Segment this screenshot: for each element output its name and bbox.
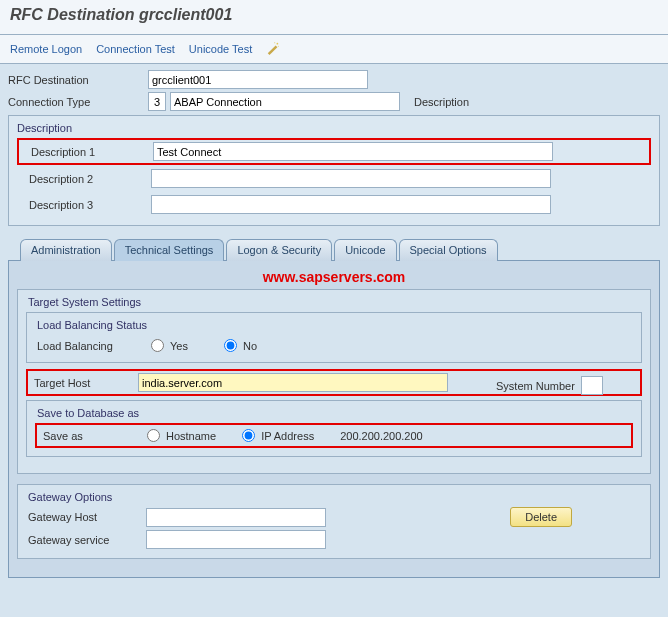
load-balancing-group: Load Balancing Status Load Balancing Yes…	[26, 312, 642, 363]
tab-body: www.sapservers.com Target System Setting…	[8, 260, 660, 578]
load-balancing-yes-label: Yes	[170, 340, 188, 352]
svg-point-2	[278, 46, 279, 47]
toolbar: Remote Logon Connection Test Unicode Tes…	[0, 35, 668, 64]
system-number-input[interactable]	[581, 376, 603, 395]
svg-point-0	[277, 43, 279, 45]
desc3-label: Description 3	[21, 199, 151, 211]
svg-point-1	[274, 42, 275, 43]
gateway-group-label: Gateway Options	[26, 491, 642, 503]
watermark-text: www.sapservers.com	[17, 269, 651, 285]
description-group: Description Description 1 Description 2 …	[8, 115, 660, 226]
load-balancing-yes-radio[interactable]	[151, 339, 164, 352]
page-title: RFC Destination grcclient001	[0, 0, 668, 35]
ip-value-text: 200.200.200.200	[340, 430, 423, 442]
tab-technical-settings[interactable]: Technical Settings	[114, 239, 225, 261]
target-system-group: Target System Settings Load Balancing St…	[17, 289, 651, 474]
delete-button[interactable]: Delete	[510, 507, 572, 527]
save-to-db-group: Save to Database as Save as Hostname IP …	[26, 400, 642, 457]
main-content: RFC Destination Connection Type Descript…	[0, 64, 668, 584]
remote-logon-link[interactable]: Remote Logon	[10, 43, 82, 55]
desc2-label: Description 2	[21, 173, 151, 185]
save-as-hostname-radio[interactable]	[147, 429, 160, 442]
tab-administration[interactable]: Administration	[20, 239, 112, 261]
tab-unicode[interactable]: Unicode	[334, 239, 396, 261]
gateway-group: Gateway Options Gateway Host Delete Gate…	[17, 484, 651, 559]
gateway-service-input[interactable]	[146, 530, 326, 549]
desc2-input[interactable]	[151, 169, 551, 188]
desc1-input[interactable]	[153, 142, 553, 161]
description-group-label: Description	[17, 122, 651, 134]
save-as-label: Save as	[41, 430, 141, 442]
connection-test-link[interactable]: Connection Test	[96, 43, 175, 55]
conn-type-label: Connection Type	[8, 96, 148, 108]
rfc-dest-input[interactable]	[148, 70, 368, 89]
wand-icon[interactable]	[266, 41, 280, 57]
save-as-ip-radio[interactable]	[242, 429, 255, 442]
tab-strip: Administration Technical Settings Logon …	[8, 238, 660, 260]
description-side-label: Description	[414, 96, 469, 108]
target-host-input[interactable]	[138, 373, 448, 392]
system-number-label: System Number	[496, 380, 575, 392]
load-balancing-label: Load Balancing	[35, 340, 145, 352]
load-balancing-no-radio[interactable]	[224, 339, 237, 352]
save-as-highlight: Save as Hostname IP Address 200.200.200.…	[35, 423, 633, 448]
gateway-service-label: Gateway service	[26, 534, 146, 546]
gateway-host-label: Gateway Host	[26, 511, 146, 523]
desc1-label: Description 1	[23, 146, 153, 158]
gateway-host-input[interactable]	[146, 508, 326, 527]
tab-special-options[interactable]: Special Options	[399, 239, 498, 261]
target-host-label: Target Host	[32, 377, 138, 389]
unicode-test-link[interactable]: Unicode Test	[189, 43, 252, 55]
conn-type-text-input[interactable]	[170, 92, 400, 111]
load-balancing-no-label: No	[243, 340, 257, 352]
save-as-hostname-label: Hostname	[166, 430, 216, 442]
desc1-highlight: Description 1	[17, 138, 651, 165]
rfc-dest-label: RFC Destination	[8, 74, 148, 86]
desc3-input[interactable]	[151, 195, 551, 214]
target-system-label: Target System Settings	[26, 296, 642, 308]
tab-logon-security[interactable]: Logon & Security	[226, 239, 332, 261]
save-to-db-label: Save to Database as	[35, 407, 633, 419]
load-balancing-group-label: Load Balancing Status	[35, 319, 633, 331]
save-as-ip-label: IP Address	[261, 430, 314, 442]
conn-type-code-input[interactable]	[148, 92, 166, 111]
